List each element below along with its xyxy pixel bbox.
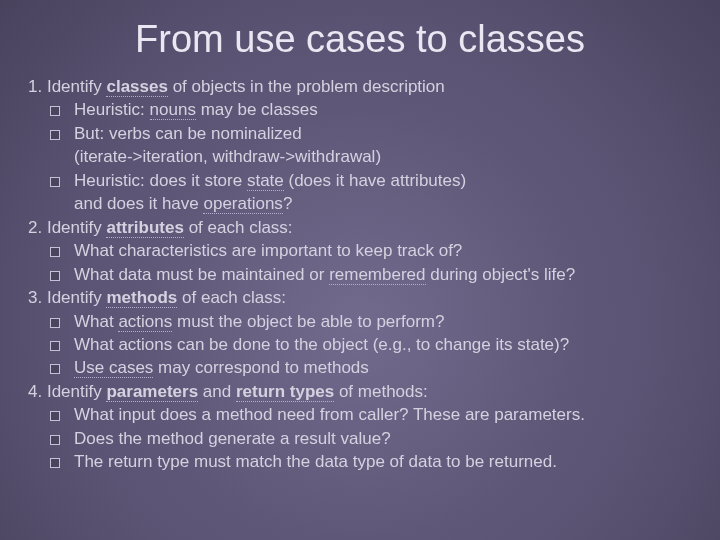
list-item: Heuristic: nouns may be classes: [28, 98, 692, 121]
bullet-icon: [50, 130, 60, 140]
slide-title: From use cases to classes: [0, 0, 720, 75]
list-item: What actions can be done to the object (…: [28, 333, 692, 356]
bullet-icon: [50, 247, 60, 257]
list-item: What characteristics are important to ke…: [28, 239, 692, 262]
list-item: Heuristic: does it store state (does it …: [28, 169, 692, 192]
bullet-icon: [50, 364, 60, 374]
slide: From use cases to classes 1. Identify cl…: [0, 0, 720, 540]
bullet-icon: [50, 318, 60, 328]
section-4-header: 4. Identify parameters and return types …: [28, 380, 692, 403]
slide-content: 1. Identify classes of objects in the pr…: [0, 75, 720, 474]
list-item: Does the method generate a result value?: [28, 427, 692, 450]
section-3-header: 3. Identify methods of each class:: [28, 286, 692, 309]
list-item: What actions must the object be able to …: [28, 310, 692, 333]
section-2-header: 2. Identify attributes of each class:: [28, 216, 692, 239]
bullet-icon: [50, 435, 60, 445]
list-item: The return type must match the data type…: [28, 450, 692, 473]
list-item-continuation: and does it have operations?: [28, 192, 692, 215]
list-item: But: verbs can be nominalized: [28, 122, 692, 145]
bullet-icon: [50, 458, 60, 468]
section-1-header: 1. Identify classes of objects in the pr…: [28, 75, 692, 98]
list-item: What input does a method need from calle…: [28, 403, 692, 426]
list-item: Use cases may correspond to methods: [28, 356, 692, 379]
bullet-icon: [50, 177, 60, 187]
list-item: What data must be maintained or remember…: [28, 263, 692, 286]
list-item-continuation: (iterate->iteration, withdraw->withdrawa…: [28, 145, 692, 168]
bullet-icon: [50, 271, 60, 281]
bullet-icon: [50, 106, 60, 116]
bullet-icon: [50, 411, 60, 421]
bullet-icon: [50, 341, 60, 351]
